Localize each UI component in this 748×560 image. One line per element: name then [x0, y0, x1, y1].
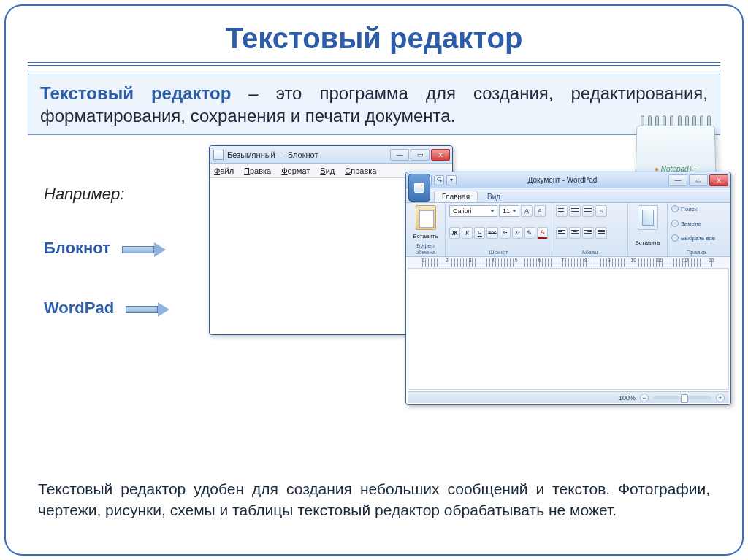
wordpad-status-bar: 100% − + — [408, 391, 729, 403]
indent-increase-button[interactable] — [569, 205, 581, 217]
insert-picture-icon[interactable] — [638, 205, 658, 230]
definition-term: Текстовый редактор — [40, 83, 231, 103]
subscript-button[interactable]: X₂ — [500, 227, 511, 239]
paste-icon[interactable] — [416, 205, 436, 230]
select-icon — [671, 234, 679, 242]
wordpad-tabstrip: Главная Вид — [406, 188, 730, 203]
bottom-paragraph: Текстовый редактор удобен для создания н… — [38, 479, 710, 521]
search-icon — [671, 205, 679, 212]
shrink-font-button[interactable]: A — [534, 205, 546, 217]
close-button[interactable]: X — [709, 174, 728, 186]
menu-view[interactable]: Вид — [320, 166, 335, 175]
minimize-button[interactable]: — — [668, 174, 687, 186]
zoom-percent: 100% — [619, 394, 636, 402]
group-label-editing: Правка — [671, 249, 721, 256]
font-color-button[interactable]: A — [537, 227, 548, 239]
product-wordpad: WordPad — [44, 299, 171, 318]
content-area: Например: Блокнот WordPad Безымянный — Б… — [28, 153, 720, 430]
notepad-app-icon — [213, 150, 224, 160]
insert-label: Вставить — [632, 239, 663, 246]
indent-decrease-button[interactable] — [556, 205, 568, 217]
underline-button[interactable]: Ч — [474, 227, 485, 239]
qat-dropdown-icon[interactable]: ▾ — [446, 175, 457, 185]
ribbon-group-insert: Вставить — [628, 203, 668, 256]
zoom-slider[interactable] — [653, 396, 711, 399]
align-center-button[interactable] — [569, 227, 581, 239]
wordpad-titlebar[interactable]: ⎘ ⮌ ⮎ ▾ Документ - WordPad — ▭ X — [406, 172, 730, 188]
replace-icon — [671, 220, 679, 227]
tab-view[interactable]: Вид — [479, 191, 508, 202]
menu-format[interactable]: Формат — [281, 166, 310, 175]
ribbon-group-editing: Поиск Замена Выбрать все Правка — [668, 203, 725, 256]
zoom-out-button[interactable]: − — [640, 394, 649, 402]
title-underline — [28, 62, 720, 64]
notepad-titlebar[interactable]: Безымянный — Блокнот — ▭ X — [210, 146, 452, 164]
file-menu-button[interactable] — [408, 174, 430, 202]
definition-box: Текстовый редактор – это программа для с… — [28, 74, 720, 135]
paste-label: Вставить — [410, 233, 441, 239]
wordpad-ruler[interactable]: 1 2 3 4 5 6 7 8 9 10 11 12 13 — [408, 257, 729, 269]
slide-title: Текстовый редактор — [6, 6, 742, 62]
notepad-title-text: Безымянный — Блокнот — [227, 150, 390, 159]
menu-help[interactable]: Справка — [345, 166, 376, 175]
font-name-combo[interactable]: Calibri — [449, 205, 497, 217]
group-label-paragraph: Абзац — [556, 249, 624, 256]
align-justify-button[interactable] — [595, 227, 607, 239]
arrow-icon — [122, 243, 167, 256]
align-right-button[interactable] — [582, 227, 594, 239]
slide-frame: Текстовый редактор Текстовый редактор – … — [4, 4, 744, 556]
wordpad-title-text: Документ - WordPad — [457, 176, 668, 184]
superscript-button[interactable]: X² — [512, 227, 523, 239]
maximize-button[interactable]: ▭ — [689, 174, 708, 186]
replace-button[interactable]: Замена — [671, 220, 721, 227]
qat-redo-icon[interactable]: ⮎ — [434, 175, 444, 185]
wordpad-ribbon: Вставить Буфер обмена Calibri 11 A A Ж К… — [406, 203, 730, 257]
example-label: Например: — [44, 185, 171, 204]
italic-button[interactable]: К — [462, 227, 473, 239]
wordpad-window: ⎘ ⮌ ⮎ ▾ Документ - WordPad — ▭ X Главная… — [405, 172, 731, 405]
wordpad-text-area[interactable] — [408, 269, 729, 390]
strike-button[interactable]: abc — [486, 227, 497, 239]
find-button[interactable]: Поиск — [671, 205, 721, 212]
group-label-clipboard: Буфер обмена — [410, 242, 441, 256]
minimize-button[interactable]: — — [390, 149, 409, 161]
file-icon — [414, 183, 424, 193]
menu-edit[interactable]: Правка — [244, 166, 271, 175]
product-notepad: Блокнот — [44, 239, 171, 258]
grow-font-button[interactable]: A — [521, 205, 533, 217]
line-spacing-button[interactable]: ≡ — [595, 205, 607, 217]
select-all-button[interactable]: Выбрать все — [671, 234, 721, 242]
arrow-icon — [126, 303, 171, 316]
ribbon-group-clipboard: Вставить Буфер обмена — [406, 203, 446, 256]
tab-home[interactable]: Главная — [434, 191, 478, 202]
close-button[interactable]: X — [431, 149, 450, 161]
group-label-font: Шрифт — [449, 249, 548, 256]
zoom-in-button[interactable]: + — [716, 394, 725, 402]
bold-button[interactable]: Ж — [449, 227, 460, 239]
ribbon-group-font: Calibri 11 A A Ж К Ч abc X₂ X² ✎ A — [446, 203, 552, 256]
maximize-button[interactable]: ▭ — [411, 149, 430, 161]
font-size-combo[interactable]: 11 — [499, 205, 519, 217]
list-button[interactable] — [582, 205, 594, 217]
highlight-button[interactable]: ✎ — [524, 227, 535, 239]
align-left-button[interactable] — [556, 227, 568, 239]
menu-file[interactable]: Файл — [214, 166, 234, 175]
ribbon-group-paragraph: ≡ Абзац — [552, 203, 628, 256]
